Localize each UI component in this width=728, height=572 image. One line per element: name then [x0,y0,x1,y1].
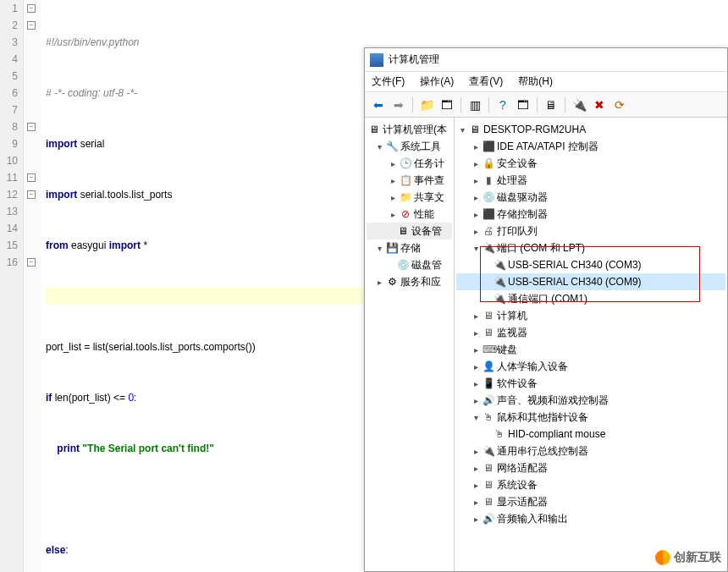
forward-icon[interactable]: ➡ [390,96,407,113]
code-content[interactable]: #!/usr/bin/env.python # -*- coding: utf-… [41,0,364,572]
fold-marker[interactable]: − [27,258,36,267]
menu-view[interactable]: 查看(V) [469,74,503,89]
up-icon[interactable]: 📁 [418,96,435,113]
show-hide-icon[interactable]: 🗔 [438,96,455,113]
device-tree[interactable]: ▾🖥DESKTOP-RGM2UHA ▸⬛IDE ATA/ATAPI 控制器 ▸🔒… [455,118,727,571]
menu-file[interactable]: 文件(F) [372,74,405,89]
fold-marker[interactable]: − [27,173,36,182]
watermark-logo-icon [655,550,670,565]
app-icon [370,53,383,67]
line-number-gutter: 12345678910111213141516 [0,0,24,572]
disable-icon[interactable]: ✖ [591,96,608,113]
menu-action[interactable]: 操作(A) [420,74,454,89]
ide-panel: 12345678910111213141516 − − − − − − #!/u… [0,0,364,572]
fold-marker[interactable]: − [27,190,36,199]
uninstall-icon[interactable]: ⟳ [611,96,628,113]
left-tree[interactable]: 🖥计算机管理(本 ▾🔧系统工具 ▸🕒任务计 ▸📋事件查 ▸📁共享文 ▸⊘性能 🖥… [365,118,455,571]
fold-marker[interactable]: − [27,4,36,13]
enable-icon[interactable]: 🔌 [571,96,587,113]
menu-bar: 文件(F) 操作(A) 查看(V) 帮助(H) [365,72,727,92]
menu-help[interactable]: 帮助(H) [518,74,553,89]
code-editor[interactable]: 12345678910111213141516 − − − − − − #!/u… [0,0,364,572]
fold-marker[interactable]: − [27,123,36,131]
ports-highlight-box [480,246,700,302]
toolbar: ⬅ ➡ 📁 🗔 ▥ ? 🗔 🖥 🔌 ✖ ⟳ [365,92,727,118]
properties-icon[interactable]: ▥ [466,96,483,113]
help-icon[interactable]: ? [494,96,511,113]
window-titlebar[interactable]: 计算机管理 [365,48,727,72]
window-title: 计算机管理 [389,52,439,67]
fold-column[interactable]: − − − − − − [24,0,41,572]
watermark: 创新互联 [655,550,721,565]
fold-marker[interactable]: − [27,21,36,30]
monitor-icon[interactable]: 🖥 [543,96,560,113]
view-icon[interactable]: 🗔 [515,96,532,113]
computer-management-window: 计算机管理 文件(F) 操作(A) 查看(V) 帮助(H) ⬅ ➡ 📁 🗔 ▥ … [364,47,728,572]
back-icon[interactable]: ⬅ [370,96,387,113]
